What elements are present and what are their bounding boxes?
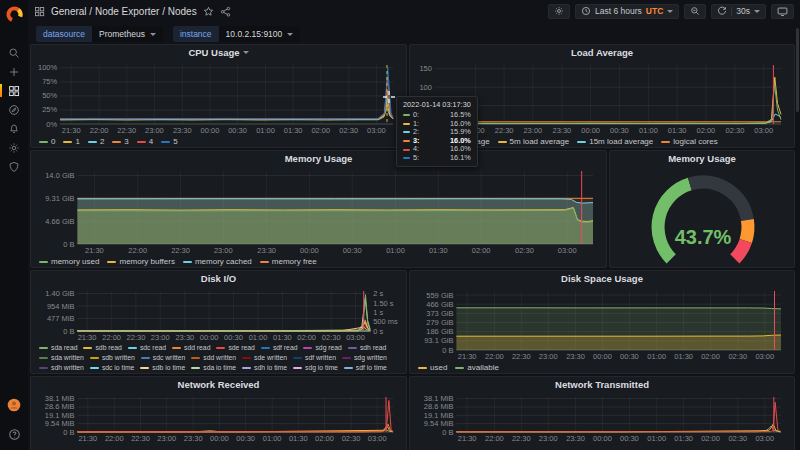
svg-text:954 MiB: 954 MiB <box>47 302 75 311</box>
svg-text:21:30: 21:30 <box>78 434 97 443</box>
datasource-dropdown[interactable]: Prometheus <box>92 26 163 42</box>
disk-io-graph[interactable]: 21:3022:0022:3023:0023:3000:0000:3001:00… <box>35 286 402 343</box>
legend-item[interactable]: logical cores <box>661 137 717 146</box>
legend-item[interactable]: available <box>455 363 499 372</box>
kiosk-tv-button[interactable] <box>771 4 794 19</box>
svg-text:23:00: 23:00 <box>214 246 233 255</box>
dashboard-settings-button[interactable] <box>548 4 570 19</box>
legend-item[interactable]: 0 <box>39 137 55 146</box>
instance-dropdown[interactable]: 10.0.2.15:9100 <box>219 26 301 42</box>
search-icon[interactable] <box>0 46 28 59</box>
svg-text:9.54 MiB: 9.54 MiB <box>424 419 454 428</box>
panel-title[interactable]: Disk I/O <box>31 271 406 286</box>
svg-text:23:30: 23:30 <box>553 126 572 135</box>
legend-label: sdd written <box>203 353 236 362</box>
legend-item[interactable]: sda read <box>39 343 77 352</box>
legend-item[interactable]: 3 <box>112 137 128 146</box>
svg-text:01:00: 01:00 <box>647 352 666 361</box>
legend-item[interactable]: sde read <box>216 343 254 352</box>
svg-text:23:00: 23:00 <box>539 352 558 361</box>
panel-title[interactable]: Network Received <box>31 377 406 392</box>
panel-title[interactable]: Memory Usage <box>610 151 794 166</box>
explore-compass-icon[interactable] <box>0 103 28 116</box>
svg-text:02:00: 02:00 <box>311 126 330 135</box>
alerting-bell-icon[interactable] <box>0 122 28 135</box>
svg-text:02:30: 02:30 <box>339 126 358 135</box>
svg-text:03:00: 03:00 <box>367 126 386 135</box>
zoom-out-button[interactable] <box>684 4 706 19</box>
server-admin-shield-icon[interactable] <box>0 160 28 173</box>
panel-title[interactable]: Disk Space Usage <box>410 271 794 286</box>
legend-item[interactable]: sdf written <box>293 353 336 362</box>
svg-text:23:30: 23:30 <box>175 333 194 342</box>
legend-item[interactable]: sdf read <box>261 343 298 352</box>
svg-text:00:30: 00:30 <box>236 434 255 443</box>
legend-item[interactable]: sdb io time <box>140 363 185 372</box>
legend-color-swatch <box>455 367 464 369</box>
time-range-picker[interactable]: Last 6 hours UTC <box>575 4 679 19</box>
legend-item[interactable]: sdh read <box>348 343 386 352</box>
legend-item[interactable]: sdc written <box>141 353 185 362</box>
cpu-usage-graph[interactable]: 21:3022:0022:3023:0023:3000:0000:3001:00… <box>35 60 402 136</box>
configuration-gear-icon[interactable] <box>0 141 28 154</box>
legend-item[interactable]: memory free <box>260 257 317 266</box>
legend-item[interactable]: memory buffers <box>107 257 174 266</box>
memory-usage-gauge: 43.7% <box>610 166 794 267</box>
legend-item[interactable]: sdg written <box>342 353 387 362</box>
legend-item[interactable]: sde written <box>242 353 287 362</box>
legend-item[interactable]: sdc read <box>128 343 166 352</box>
legend-item[interactable]: sdg read <box>303 343 341 352</box>
legend-item[interactable]: sda written <box>39 353 84 362</box>
legend-item[interactable]: 1 <box>63 137 79 146</box>
star-icon[interactable] <box>203 6 214 17</box>
legend-color-swatch <box>216 347 225 349</box>
legend-item[interactable]: sdh io time <box>242 363 287 372</box>
legend-item[interactable]: sdd written <box>191 353 236 362</box>
legend-item[interactable]: sdb read <box>83 343 121 352</box>
user-avatar[interactable] <box>7 398 21 416</box>
breadcrumb[interactable]: General / Node Exporter / Nodes <box>51 6 197 17</box>
legend-item[interactable]: sdb written <box>90 353 135 362</box>
panel-disk-space-usage: Disk Space Usage 21:3022:0022:3023:0023:… <box>409 270 795 374</box>
legend-color-swatch <box>63 141 72 143</box>
legend-item[interactable]: 15m load average <box>577 137 653 146</box>
legend-item[interactable]: 5m load average <box>498 137 570 146</box>
legend-item[interactable]: memory cached <box>183 257 252 266</box>
svg-text:02:00: 02:00 <box>701 434 720 443</box>
memory-usage-graph[interactable]: 21:3022:0022:3023:0023:3000:0000:3001:00… <box>35 166 602 256</box>
create-plus-icon[interactable] <box>0 65 28 78</box>
svg-text:02:00: 02:00 <box>472 246 491 255</box>
panel-title[interactable]: Load Average <box>410 45 794 60</box>
legend-color-swatch <box>112 141 121 143</box>
network-received-graph[interactable]: 21:3022:0022:3023:0023:3000:0000:3001:00… <box>35 392 402 444</box>
legend-item[interactable]: sdf io time <box>344 363 387 372</box>
legend-color-swatch <box>39 347 48 349</box>
help-icon[interactable] <box>0 427 28 441</box>
variable-instance[interactable]: instance 10.0.2.15:9100 <box>173 26 300 42</box>
scrollbar-thumb[interactable] <box>796 28 799 112</box>
disk-space-usage-graph[interactable]: 21:3022:0022:3023:0023:3000:0000:3001:00… <box>414 286 790 362</box>
legend-item[interactable]: memory used <box>39 257 99 266</box>
panel-title[interactable]: Network Transmitted <box>410 377 794 392</box>
legend-item[interactable]: used <box>418 363 447 372</box>
grafana-logo[interactable] <box>6 6 23 27</box>
legend-item[interactable]: 5 <box>161 137 177 146</box>
refresh-button[interactable]: 30s <box>711 4 766 19</box>
legend-item[interactable]: sdd read <box>172 343 210 352</box>
legend-item[interactable]: 2 <box>88 137 104 146</box>
legend-label: sda io time <box>203 363 236 372</box>
legend-item[interactable]: 4 <box>137 137 153 146</box>
legend-item[interactable]: sda io time <box>191 363 236 372</box>
network-transmitted-graph[interactable]: 21:3022:0022:3023:0023:3000:0000:3001:00… <box>414 392 790 444</box>
share-icon[interactable] <box>220 6 231 17</box>
legend-item[interactable]: sdh written <box>39 363 84 372</box>
variable-label: datasource <box>36 26 92 42</box>
svg-text:02:00: 02:00 <box>315 434 334 443</box>
legend-item[interactable]: sdc io time <box>90 363 134 372</box>
panel-title[interactable]: CPU Usage <box>31 45 406 60</box>
variable-datasource[interactable]: datasource Prometheus <box>36 26 163 42</box>
panel-title[interactable]: Memory Usage <box>31 151 606 166</box>
legend-item[interactable]: sdg io time <box>293 363 338 372</box>
svg-text:477 MiB: 477 MiB <box>47 314 75 323</box>
dashboards-icon[interactable] <box>0 84 28 97</box>
